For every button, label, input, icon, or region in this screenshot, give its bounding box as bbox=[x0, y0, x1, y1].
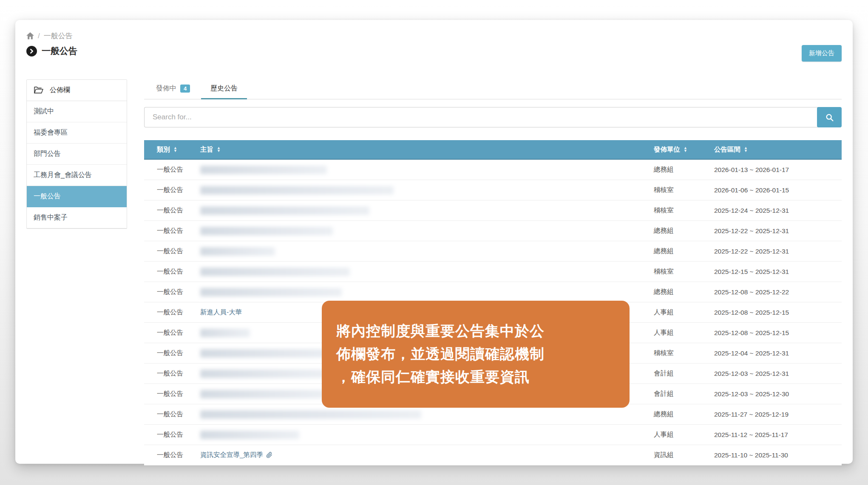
redacted-subject bbox=[200, 247, 275, 256]
add-announcement-button[interactable]: 新增公告 bbox=[802, 45, 842, 62]
category-cell: 一般公告 bbox=[144, 165, 200, 174]
period-cell: 2025-12-22 ~ 2025-12-31 bbox=[714, 227, 842, 235]
unit-cell: 總務組 bbox=[654, 288, 714, 296]
unit-cell: 會計組 bbox=[654, 389, 714, 398]
subject-link[interactable]: 資訊安全宣導_第四季 bbox=[200, 451, 272, 460]
breadcrumb-separator: / bbox=[38, 32, 40, 40]
redacted-subject bbox=[200, 186, 394, 195]
column-header-subject[interactable]: 主旨 ▲▼ bbox=[200, 145, 654, 154]
unit-cell: 人事組 bbox=[654, 328, 714, 337]
category-cell: 一般公告 bbox=[144, 247, 200, 256]
unit-cell: 稽核室 bbox=[654, 186, 714, 195]
chevron-right-circle-icon bbox=[26, 46, 37, 56]
search-input[interactable] bbox=[144, 107, 819, 127]
category-cell: 一般公告 bbox=[144, 267, 200, 276]
tab-history[interactable]: 歷史公告 bbox=[200, 79, 248, 99]
category-cell: 一般公告 bbox=[144, 328, 200, 337]
sidebar-item[interactable]: 福委會專區 bbox=[27, 122, 127, 144]
unit-cell: 總務組 bbox=[654, 247, 714, 256]
redacted-subject bbox=[200, 288, 342, 296]
tab-published-label: 發佈中 bbox=[156, 84, 176, 93]
subject-text: 新進人員-大華 bbox=[200, 308, 242, 317]
category-cell: 一般公告 bbox=[144, 288, 200, 296]
subject-cell bbox=[200, 431, 654, 439]
category-cell: 一般公告 bbox=[144, 206, 200, 215]
period-cell: 2025-12-08 ~ 2025-12-15 bbox=[714, 309, 842, 316]
unit-cell: 稽核室 bbox=[654, 267, 714, 276]
redacted-subject bbox=[200, 206, 369, 215]
subject-cell bbox=[200, 288, 654, 296]
redacted-subject bbox=[200, 329, 250, 337]
table-row: 一般公告總務組2025-12-22 ~ 2025-12-31 bbox=[144, 221, 842, 241]
period-cell: 2026-01-06 ~ 2026-01-15 bbox=[714, 186, 842, 194]
sidebar-title: 公佈欄 bbox=[50, 86, 70, 95]
period-cell: 2025-12-03 ~ 2025-12-31 bbox=[714, 370, 842, 378]
open-folder-icon bbox=[34, 86, 43, 94]
period-cell: 2025-11-12 ~ 2025-11-17 bbox=[714, 431, 842, 439]
search-bar bbox=[144, 107, 842, 127]
sort-arrows-icon: ▲▼ bbox=[173, 147, 177, 153]
tab-history-label: 歷史公告 bbox=[210, 84, 238, 93]
table-row: 一般公告稽核室2025-12-24 ~ 2025-12-31 bbox=[144, 200, 842, 221]
subject-cell bbox=[200, 247, 654, 256]
sort-arrows-icon: ▲▼ bbox=[684, 147, 687, 153]
redacted-subject bbox=[200, 227, 333, 235]
period-cell: 2025-11-27 ~ 2025-12-19 bbox=[714, 411, 842, 418]
period-cell: 2026-01-13 ~ 2026-01-17 bbox=[714, 166, 842, 174]
table-row: 一般公告稽核室2026-01-06 ~ 2026-01-15 bbox=[144, 180, 842, 200]
unit-cell: 總務組 bbox=[654, 165, 714, 174]
home-icon[interactable] bbox=[26, 32, 34, 39]
category-cell: 一般公告 bbox=[144, 226, 200, 235]
category-cell: 一般公告 bbox=[144, 410, 200, 419]
redacted-subject bbox=[200, 369, 328, 378]
category-cell: 一般公告 bbox=[144, 308, 200, 317]
column-header-category[interactable]: 類別 ▲▼ bbox=[144, 145, 200, 154]
subject-cell bbox=[200, 227, 654, 235]
unit-cell: 人事組 bbox=[654, 430, 714, 439]
table-header: 類別 ▲▼ 主旨 ▲▼ 發佈單位 ▲▼ 公告區間 bbox=[144, 140, 842, 160]
table-row: 一般公告總務組2025-12-08 ~ 2025-12-22 bbox=[144, 282, 842, 302]
period-cell: 2025-12-08 ~ 2025-12-22 bbox=[714, 288, 842, 296]
category-cell: 一般公告 bbox=[144, 349, 200, 358]
period-cell: 2025-12-15 ~ 2025-12-31 bbox=[714, 268, 842, 276]
search-button[interactable] bbox=[817, 107, 842, 127]
period-cell: 2025-12-22 ~ 2025-12-31 bbox=[714, 248, 842, 255]
redacted-subject bbox=[200, 410, 421, 419]
period-cell: 2025-12-08 ~ 2025-12-15 bbox=[714, 329, 842, 337]
redacted-subject bbox=[200, 390, 331, 398]
column-header-unit[interactable]: 發佈單位 ▲▼ bbox=[654, 145, 714, 154]
table-row: 一般公告總務組2025-12-22 ~ 2025-12-31 bbox=[144, 241, 842, 262]
redacted-subject bbox=[200, 268, 350, 276]
table-row: 一般公告資訊安全宣導_第四季資訊組2025-11-10 ~ 2025-11-30 bbox=[144, 445, 842, 465]
category-cell: 一般公告 bbox=[144, 186, 200, 195]
period-cell: 2025-11-10 ~ 2025-11-30 bbox=[714, 451, 842, 459]
category-cell: 一般公告 bbox=[144, 430, 200, 439]
page-title: 一般公告 bbox=[42, 45, 77, 57]
search-icon bbox=[825, 113, 834, 122]
sidebar-item[interactable]: 部門公告 bbox=[27, 144, 127, 165]
table-row: 一般公告稽核室2025-12-15 ~ 2025-12-31 bbox=[144, 262, 842, 282]
annotation-text: 將內控制度與重要公告集中於公 佈欄發布，並透過閱讀確認機制 ，確保同仁確實接收重… bbox=[336, 320, 545, 388]
period-cell: 2025-12-03 ~ 2025-12-30 bbox=[714, 390, 842, 398]
breadcrumb: / 一般公告 bbox=[26, 31, 842, 41]
sidebar: 公佈欄 測試中福委會專區部門公告工務月會_會議公告一般公告銷售中案子 bbox=[26, 79, 127, 229]
title-row: 一般公告 新增公告 bbox=[26, 45, 842, 62]
period-cell: 2025-12-24 ~ 2025-12-31 bbox=[714, 207, 842, 214]
sidebar-item[interactable]: 工務月會_會議公告 bbox=[27, 165, 127, 186]
sidebar-item[interactable]: 測試中 bbox=[27, 101, 127, 122]
subject-link[interactable]: 新進人員-大華 bbox=[200, 308, 242, 317]
published-count-badge: 4 bbox=[180, 85, 190, 93]
table-row: 一般公告人事組2025-11-12 ~ 2025-11-17 bbox=[144, 425, 842, 445]
subject-cell bbox=[200, 166, 654, 174]
redacted-subject bbox=[200, 431, 299, 439]
sidebar-item-active[interactable]: 一般公告 bbox=[27, 186, 127, 207]
subject-cell bbox=[200, 410, 654, 419]
redacted-subject bbox=[200, 166, 327, 174]
breadcrumb-current: 一般公告 bbox=[44, 31, 73, 41]
tab-published[interactable]: 發佈中 4 bbox=[144, 79, 200, 99]
sort-arrows-icon: ▲▼ bbox=[217, 147, 221, 153]
column-header-period[interactable]: 公告區間 ▲▼ bbox=[714, 145, 842, 154]
sidebar-item[interactable]: 銷售中案子 bbox=[27, 207, 127, 228]
annotation-callout: 將內控制度與重要公告集中於公 佈欄發布，並透過閱讀確認機制 ，確保同仁確實接收重… bbox=[322, 301, 630, 408]
period-cell: 2025-12-04 ~ 2025-12-31 bbox=[714, 350, 842, 357]
